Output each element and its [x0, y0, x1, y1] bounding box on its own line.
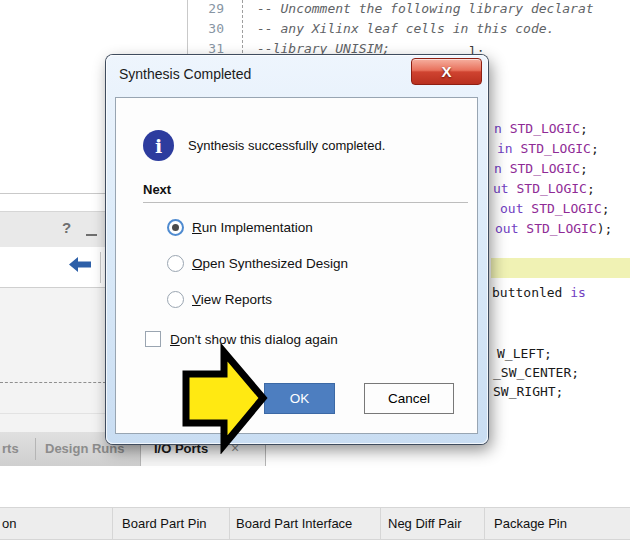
code-line: SW_RIGHT; [493, 384, 563, 399]
radio-selected-icon[interactable] [167, 219, 184, 236]
radio-icon[interactable] [167, 291, 184, 308]
column-header-neg-diff-pair[interactable]: Neg Diff Pair [388, 516, 461, 531]
dialog-content-panel: i Synthesis successfully completed. Next… [115, 97, 478, 434]
back-arrow-icon[interactable] [69, 257, 91, 272]
code-line: out STD_LOGIC); [495, 221, 612, 236]
panel-header-bar [0, 211, 106, 247]
dialog-message: Synthesis successfully completed. [188, 138, 385, 153]
column-header-direction-partial[interactable]: on [2, 516, 16, 531]
next-section-label: Next [143, 182, 171, 197]
dashed-divider [0, 382, 106, 383]
radio-label: Open Synthesized Design [192, 256, 348, 271]
close-icon[interactable]: X [411, 58, 482, 85]
current-line-highlight [491, 258, 630, 278]
radio-icon[interactable] [167, 255, 184, 272]
toolbar-separator [100, 252, 101, 283]
code-line: W_LEFT; [497, 346, 552, 361]
code-line: buttonled is [492, 285, 586, 300]
code-line: n STD_LOGIC; [494, 121, 588, 136]
dialog-title: Synthesis Completed [119, 66, 251, 82]
code-line: 30-- any Xilinx leaf cells in this code. [0, 21, 630, 41]
code-line: ut STD_LOGIC; [493, 181, 595, 196]
column-header-board-part-interface[interactable]: Board Part Interface [236, 516, 352, 531]
info-icon: i [143, 130, 174, 161]
help-icon[interactable]: ? [62, 219, 78, 236]
column-separator [112, 508, 113, 539]
radio-open-synthesized-design[interactable]: Open Synthesized Design [167, 254, 348, 272]
annotation-arrow [176, 342, 272, 454]
code-line: in STD_LOGIC; [497, 141, 599, 156]
code-line: 29-- Uncomment the following library dec… [0, 1, 630, 21]
code-line: _SW_CENTER; [493, 365, 579, 380]
code-line: out STD_LOGIC; [500, 201, 610, 216]
section-divider [143, 202, 468, 203]
cancel-button[interactable]: Cancel [364, 383, 454, 414]
radio-run-implementation[interactable]: Run Implementation [167, 218, 313, 236]
panel-background [0, 288, 106, 432]
radio-label: Run Implementation [192, 220, 313, 235]
minimize-icon[interactable] [86, 234, 97, 236]
io-ports-table-header: on Board Part Pin Board Part Interface N… [0, 507, 630, 540]
column-separator [484, 508, 485, 539]
ok-button[interactable]: OK [264, 383, 335, 414]
vivado-window: 29-- Uncomment the following library dec… [0, 0, 630, 558]
radio-view-reports[interactable]: View Reports [167, 290, 272, 308]
code-line: n STD_LOGIC; [494, 161, 588, 176]
panel-divider [0, 193, 106, 194]
faint-divider [0, 413, 106, 414]
tab-separator [35, 438, 36, 460]
tab-reports-partial[interactable]: rts [2, 441, 19, 456]
column-separator [380, 508, 381, 539]
column-separator [229, 508, 230, 539]
column-header-board-part-pin[interactable]: Board Part Pin [122, 516, 207, 531]
checkbox-icon[interactable] [145, 331, 161, 347]
radio-label: View Reports [192, 292, 272, 307]
synthesis-completed-dialog: Synthesis Completed X i Synthesis succes… [106, 55, 488, 444]
column-header-package-pin[interactable]: Package Pin [494, 516, 567, 531]
